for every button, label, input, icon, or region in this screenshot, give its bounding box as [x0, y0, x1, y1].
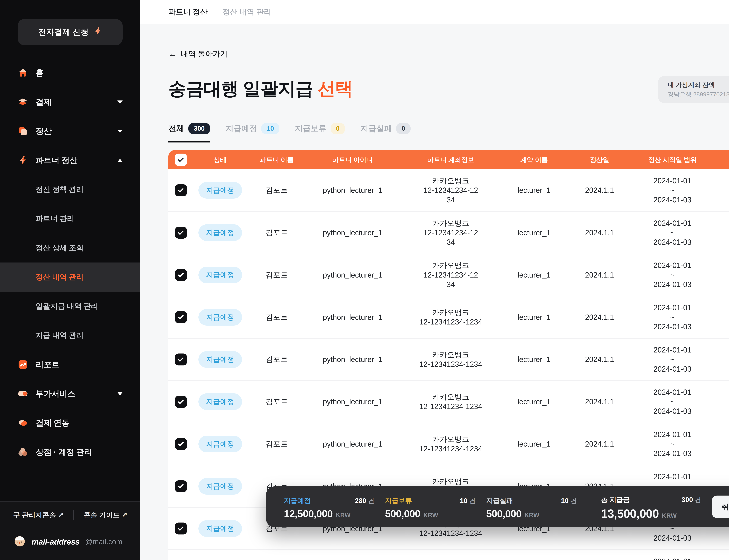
page-title: 송금대행 일괄지급 선택 — [168, 77, 729, 101]
sidebar-subitem-정산-내역-관리[interactable]: 정산 내역 관리 — [0, 263, 140, 292]
sidebar-item-파트너-정산[interactable]: 파트너 정산 — [0, 146, 140, 175]
select-all-cell — [168, 150, 193, 169]
sidebar-footer: 구 관리자콘솔 ↗콘솔 가이드 ↗ mail-address @mail.com — [0, 501, 140, 560]
row-checkbox[interactable] — [175, 480, 187, 492]
settlement-amount-cell: 158,000 — [711, 296, 729, 338]
balance-account: 경남은행 28999770218123 — [668, 90, 729, 99]
row-checkbox[interactable] — [175, 523, 187, 534]
row-checkbox-cell — [168, 550, 193, 560]
row-checkbox[interactable] — [175, 184, 187, 196]
settlement-date-cell: 2024.1.1 — [565, 381, 634, 423]
bank-name: 카카오뱅크 — [399, 176, 503, 185]
sidebar-item-결제[interactable]: 결제 — [0, 87, 140, 117]
account-cell: 카카오뱅크12-12341234-1234 — [399, 296, 503, 338]
sidebar-subitem-파트너-관리[interactable]: 파트너 관리 — [0, 204, 140, 233]
settlement-date-cell: 2024.1.1 — [565, 338, 634, 381]
footer-link-1[interactable]: 콘솔 가이드 ↗ — [84, 510, 127, 520]
row-checkbox[interactable] — [175, 353, 187, 365]
status-badge: 지급예정 — [199, 436, 242, 452]
sidebar-subitem-일괄지급-내역-관리[interactable]: 일괄지급 내역 관리 — [0, 292, 140, 321]
status-badge: 지급예정 — [199, 478, 242, 495]
sidebar-item-label: 리포트 — [36, 359, 60, 370]
sidebar: 전자결제 신청 홈결제정산파트너 정산 정산 정책 관리파트너 관리정산 상세 … — [0, 0, 140, 560]
sidebar-subitem-정산-상세-조회[interactable]: 정산 상세 조회 — [0, 233, 140, 263]
tab-지급보류[interactable]: 지급보류0 — [295, 123, 345, 142]
footer-link-0[interactable]: 구 관리자콘솔 ↗ — [13, 510, 64, 520]
sidebar-subitem-label: 정산 상세 조회 — [36, 243, 84, 253]
settlement-date-cell: 2024.1.1 — [565, 254, 634, 296]
table-row: 지급예정김포트python_lecturer_1카카오뱅크12-12341234… — [168, 338, 729, 381]
breadcrumb-page[interactable]: 정산 내역 관리 — [223, 7, 271, 17]
balance-label: 내 가상계좌 잔액 — [668, 81, 729, 89]
partner-id-cell: python_lecturer_1 — [307, 296, 399, 338]
tab-지급실패[interactable]: 지급실패0 — [361, 123, 410, 142]
sidebar-user: mail-address @mail.com — [9, 534, 131, 549]
chevron-down-icon — [117, 392, 123, 395]
tab-지급예정[interactable]: 지급예정10 — [226, 123, 279, 142]
sidebar-item-홈[interactable]: 홈 — [0, 58, 140, 87]
column-header-정산-시작일-범위: 정산 시작일 범위 — [634, 150, 711, 169]
settlement-range-cell: 2024-01-01~2024-01-03 — [634, 381, 711, 423]
settlement-amount-cell: 158,000 — [711, 550, 729, 560]
row-checkbox[interactable] — [175, 227, 187, 239]
row-checkbox-cell — [168, 465, 193, 507]
tab-label: 지급실패 — [361, 123, 392, 134]
row-checkbox[interactable] — [175, 269, 187, 281]
sidebar-item-상점-계정-관리[interactable]: 상점 · 계정 관리 — [0, 437, 140, 467]
account-cell: 카카오뱅크12-12341234-1234 — [399, 423, 503, 465]
row-checkbox[interactable] — [175, 311, 187, 323]
account-cell: 카카오뱅크12-12341234-1234 — [399, 254, 503, 296]
sidebar-subitem-label: 지급 내역 관리 — [36, 330, 84, 340]
check-icon — [178, 314, 184, 320]
check-icon — [178, 156, 184, 162]
breadcrumb-section[interactable]: 파트너 정산 — [168, 7, 208, 17]
partner-name-cell: 김포트 — [247, 338, 307, 381]
summary-stat-amount: 13,500,000 — [601, 507, 659, 520]
table-row: 지급예정김포트python_lecturer_1카카오뱅크12-12341234… — [168, 169, 729, 212]
balance-info: 내 가상계좌 잔액 경남은행 28999770218123 — [668, 81, 729, 99]
table-row: 지급예정김포트python_lecturer_1카카오뱅크12-12341234… — [168, 423, 729, 465]
sidebar-subitem-정산-정책-관리[interactable]: 정산 정책 관리 — [0, 175, 140, 204]
avatar — [13, 534, 26, 549]
check-icon — [178, 356, 184, 362]
user-email-name: mail-address — [32, 537, 80, 546]
cancel-button[interactable]: 취소 — [712, 496, 729, 518]
check-icon — [178, 398, 184, 404]
contract-name-cell: lecturer_1 — [503, 169, 565, 212]
settlement-range-cell: 2024-01-01~2024-01-03 — [634, 550, 711, 560]
back-label: 내역 돌아가기 — [181, 49, 228, 59]
status-cell: 지급예정 — [194, 423, 247, 465]
partner-name-cell: 김포트 — [247, 423, 307, 465]
main-area: 파트너 정산 정산 내역 관리 ← 내역 돌아가기 송금대행 일괄지급 선택 내… — [140, 0, 729, 560]
app: 전자결제 신청 홈결제정산파트너 정산 정산 정책 관리파트너 관리정산 상세 … — [0, 0, 729, 560]
back-link[interactable]: ← 내역 돌아가기 — [168, 49, 228, 59]
sidebar-item-정산[interactable]: 정산 — [0, 117, 140, 146]
partner-id-cell: python_lecturer_1 — [307, 338, 399, 381]
bank-name: 카카오뱅크 — [399, 392, 503, 402]
tab-전체[interactable]: 전체300 — [168, 123, 210, 142]
select-all-checkbox[interactable] — [175, 154, 187, 166]
column-header-정산금액: 정산금액 — [711, 150, 729, 169]
settlement-amount-cell: 158,000 — [711, 338, 729, 381]
sidebar-item-label: 부가서비스 — [36, 388, 75, 399]
row-checkbox-cell — [168, 169, 193, 212]
sidebar-item-label: 상점 · 계정 관리 — [36, 447, 92, 457]
row-checkbox[interactable] — [175, 396, 187, 408]
contract-name-cell: lecturer_1 — [503, 212, 565, 254]
row-checkbox-cell — [168, 212, 193, 254]
summary-stat-count: 10건 — [460, 494, 475, 505]
settlement-date-cell: 2024.1.1 — [565, 296, 634, 338]
sidebar-item-부가서비스[interactable]: 부가서비스 — [0, 379, 140, 408]
store-icon — [18, 447, 28, 457]
row-checkbox[interactable] — [175, 438, 187, 450]
status-badge: 지급예정 — [199, 267, 242, 283]
sidebar-subitem-지급-내역-관리[interactable]: 지급 내역 관리 — [0, 321, 140, 350]
account-cell: 카카오뱅크12-12341234-1234 — [399, 381, 503, 423]
back-arrow-icon: ← — [168, 49, 177, 59]
column-header-상태: 상태 — [194, 150, 247, 169]
apply-epay-button[interactable]: 전자결제 신청 — [18, 19, 123, 45]
status-badge: 지급예정 — [199, 182, 242, 199]
sidebar-item-리포트[interactable]: 리포트 — [0, 350, 140, 379]
sidebar-item-결제-연동[interactable]: 결제 연동 — [0, 408, 140, 437]
column-header-정산일: 정산일 — [565, 150, 634, 169]
